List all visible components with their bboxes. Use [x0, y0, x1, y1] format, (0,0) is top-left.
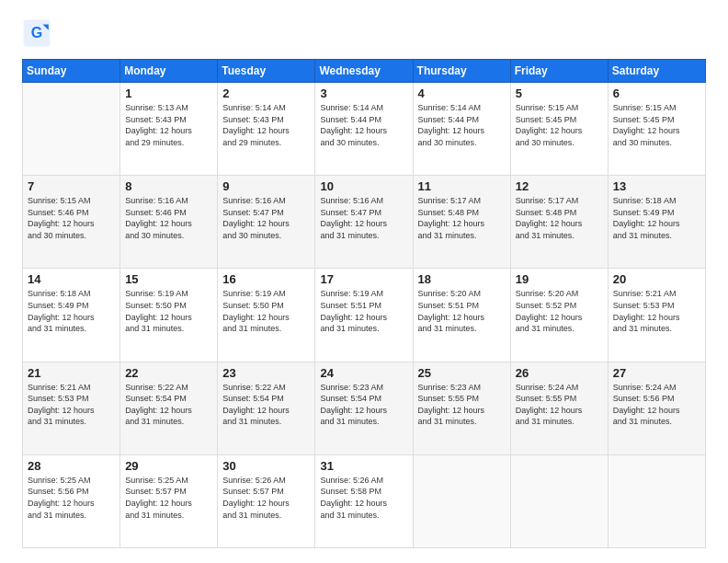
calendar-cell: 31Sunrise: 5:26 AM Sunset: 5:58 PM Dayli…: [315, 454, 413, 547]
day-info: Sunrise: 5:18 AM Sunset: 5:49 PM Dayligh…: [613, 195, 700, 241]
day-info: Sunrise: 5:26 AM Sunset: 5:58 PM Dayligh…: [320, 475, 407, 521]
day-number: 13: [613, 179, 700, 193]
day-info: Sunrise: 5:19 AM Sunset: 5:51 PM Dayligh…: [320, 288, 407, 334]
day-info: Sunrise: 5:24 AM Sunset: 5:56 PM Dayligh…: [613, 382, 700, 428]
day-info: Sunrise: 5:19 AM Sunset: 5:50 PM Dayligh…: [125, 288, 212, 334]
day-number: 2: [222, 86, 310, 100]
weekday-header-thursday: Thursday: [413, 60, 510, 83]
calendar-cell: 30Sunrise: 5:26 AM Sunset: 5:57 PM Dayli…: [218, 454, 315, 547]
day-number: 12: [516, 179, 603, 193]
day-number: 3: [320, 86, 407, 100]
day-info: Sunrise: 5:21 AM Sunset: 5:53 PM Dayligh…: [28, 382, 115, 428]
weekday-header-tuesday: Tuesday: [218, 60, 315, 83]
day-number: 8: [125, 179, 212, 193]
day-info: Sunrise: 5:23 AM Sunset: 5:54 PM Dayligh…: [320, 382, 407, 428]
calendar-cell: 16Sunrise: 5:19 AM Sunset: 5:50 PM Dayli…: [218, 269, 315, 362]
calendar-cell: 18Sunrise: 5:20 AM Sunset: 5:51 PM Dayli…: [413, 269, 510, 362]
weekday-header-friday: Friday: [510, 60, 608, 83]
day-number: 16: [222, 272, 310, 286]
calendar-cell: [510, 454, 608, 547]
calendar-cell: 4Sunrise: 5:14 AM Sunset: 5:44 PM Daylig…: [413, 83, 510, 176]
day-info: Sunrise: 5:13 AM Sunset: 5:43 PM Dayligh…: [125, 102, 212, 148]
day-number: 27: [613, 366, 700, 380]
day-info: Sunrise: 5:15 AM Sunset: 5:46 PM Dayligh…: [28, 195, 115, 241]
day-info: Sunrise: 5:18 AM Sunset: 5:49 PM Dayligh…: [28, 288, 115, 334]
day-number: 7: [28, 179, 115, 193]
day-number: 22: [125, 366, 212, 380]
logo-icon: G: [22, 18, 51, 48]
day-number: 21: [28, 366, 115, 380]
day-info: Sunrise: 5:15 AM Sunset: 5:45 PM Dayligh…: [613, 102, 700, 148]
day-info: Sunrise: 5:25 AM Sunset: 5:57 PM Dayligh…: [125, 475, 212, 521]
calendar-cell: 2Sunrise: 5:14 AM Sunset: 5:43 PM Daylig…: [218, 83, 315, 176]
calendar-week-3: 14Sunrise: 5:18 AM Sunset: 5:49 PM Dayli…: [23, 269, 706, 362]
day-number: 26: [516, 366, 603, 380]
calendar-cell: [608, 454, 705, 547]
day-number: 9: [222, 179, 310, 193]
day-number: 15: [125, 272, 212, 286]
calendar-cell: [413, 454, 510, 547]
day-info: Sunrise: 5:14 AM Sunset: 5:44 PM Dayligh…: [418, 102, 506, 148]
weekday-header-saturday: Saturday: [608, 60, 705, 83]
day-info: Sunrise: 5:25 AM Sunset: 5:56 PM Dayligh…: [28, 475, 115, 521]
calendar-cell: 20Sunrise: 5:21 AM Sunset: 5:53 PM Dayli…: [608, 269, 705, 362]
day-number: 4: [418, 86, 506, 100]
calendar-table: SundayMondayTuesdayWednesdayThursdayFrid…: [22, 59, 706, 548]
day-number: 17: [320, 272, 407, 286]
day-info: Sunrise: 5:15 AM Sunset: 5:45 PM Dayligh…: [516, 102, 603, 148]
calendar-cell: 9Sunrise: 5:16 AM Sunset: 5:47 PM Daylig…: [218, 176, 315, 269]
day-info: Sunrise: 5:26 AM Sunset: 5:57 PM Dayligh…: [222, 475, 310, 521]
day-number: 14: [28, 272, 115, 286]
day-number: 31: [320, 459, 407, 473]
day-number: 30: [222, 459, 310, 473]
day-info: Sunrise: 5:14 AM Sunset: 5:43 PM Dayligh…: [222, 102, 310, 148]
weekday-row: SundayMondayTuesdayWednesdayThursdayFrid…: [23, 60, 706, 83]
day-info: Sunrise: 5:24 AM Sunset: 5:55 PM Dayligh…: [516, 382, 603, 428]
calendar-cell: 29Sunrise: 5:25 AM Sunset: 5:57 PM Dayli…: [120, 454, 218, 547]
day-info: Sunrise: 5:22 AM Sunset: 5:54 PM Dayligh…: [222, 382, 310, 428]
day-number: 5: [516, 86, 603, 100]
day-number: 29: [125, 459, 212, 473]
calendar-body: 1Sunrise: 5:13 AM Sunset: 5:43 PM Daylig…: [23, 83, 706, 548]
day-number: 1: [125, 86, 212, 100]
calendar-cell: 13Sunrise: 5:18 AM Sunset: 5:49 PM Dayli…: [608, 176, 705, 269]
day-number: 28: [28, 459, 115, 473]
day-info: Sunrise: 5:14 AM Sunset: 5:44 PM Dayligh…: [320, 102, 407, 148]
calendar-cell: 27Sunrise: 5:24 AM Sunset: 5:56 PM Dayli…: [608, 362, 705, 454]
day-info: Sunrise: 5:23 AM Sunset: 5:55 PM Dayligh…: [418, 382, 506, 428]
day-number: 20: [613, 272, 700, 286]
calendar-cell: 6Sunrise: 5:15 AM Sunset: 5:45 PM Daylig…: [608, 83, 705, 176]
weekday-header-monday: Monday: [120, 60, 218, 83]
day-number: 19: [516, 272, 603, 286]
day-info: Sunrise: 5:16 AM Sunset: 5:47 PM Dayligh…: [320, 195, 407, 241]
day-info: Sunrise: 5:20 AM Sunset: 5:52 PM Dayligh…: [516, 288, 603, 334]
calendar-cell: 1Sunrise: 5:13 AM Sunset: 5:43 PM Daylig…: [120, 83, 218, 176]
calendar-cell: 12Sunrise: 5:17 AM Sunset: 5:48 PM Dayli…: [510, 176, 608, 269]
header: G: [22, 18, 706, 48]
calendar-cell: 3Sunrise: 5:14 AM Sunset: 5:44 PM Daylig…: [315, 83, 413, 176]
day-info: Sunrise: 5:20 AM Sunset: 5:51 PM Dayligh…: [418, 288, 506, 334]
calendar-cell: 14Sunrise: 5:18 AM Sunset: 5:49 PM Dayli…: [23, 269, 120, 362]
day-number: 18: [418, 272, 506, 286]
day-number: 10: [320, 179, 407, 193]
day-number: 6: [613, 86, 700, 100]
logo: G: [22, 18, 57, 48]
calendar-cell: 17Sunrise: 5:19 AM Sunset: 5:51 PM Dayli…: [315, 269, 413, 362]
calendar-cell: 11Sunrise: 5:17 AM Sunset: 5:48 PM Dayli…: [413, 176, 510, 269]
calendar-cell: 22Sunrise: 5:22 AM Sunset: 5:54 PM Dayli…: [120, 362, 218, 454]
calendar-cell: 7Sunrise: 5:15 AM Sunset: 5:46 PM Daylig…: [23, 176, 120, 269]
day-info: Sunrise: 5:16 AM Sunset: 5:46 PM Dayligh…: [125, 195, 212, 241]
calendar-cell: 10Sunrise: 5:16 AM Sunset: 5:47 PM Dayli…: [315, 176, 413, 269]
calendar-header: SundayMondayTuesdayWednesdayThursdayFrid…: [23, 60, 706, 83]
day-number: 25: [418, 366, 506, 380]
calendar-cell: [23, 83, 120, 176]
calendar-week-5: 28Sunrise: 5:25 AM Sunset: 5:56 PM Dayli…: [23, 454, 706, 547]
weekday-header-wednesday: Wednesday: [315, 60, 413, 83]
calendar-cell: 23Sunrise: 5:22 AM Sunset: 5:54 PM Dayli…: [218, 362, 315, 454]
calendar-cell: 15Sunrise: 5:19 AM Sunset: 5:50 PM Dayli…: [120, 269, 218, 362]
calendar-cell: 28Sunrise: 5:25 AM Sunset: 5:56 PM Dayli…: [23, 454, 120, 547]
calendar-cell: 8Sunrise: 5:16 AM Sunset: 5:46 PM Daylig…: [120, 176, 218, 269]
weekday-header-sunday: Sunday: [23, 60, 120, 83]
day-number: 24: [320, 366, 407, 380]
calendar-cell: 19Sunrise: 5:20 AM Sunset: 5:52 PM Dayli…: [510, 269, 608, 362]
